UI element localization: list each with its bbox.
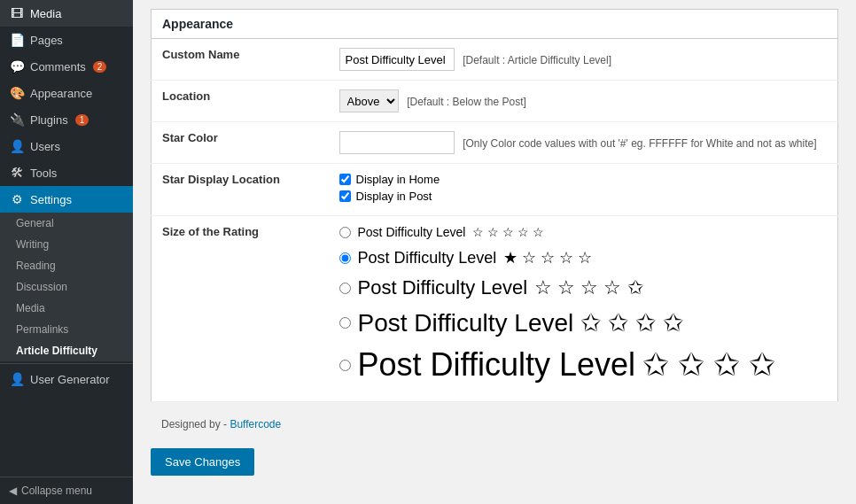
comments-icon: 💬 bbox=[9, 59, 25, 74]
sidebar-item-comments[interactable]: 💬 Comments 2 bbox=[0, 53, 133, 80]
star-color-row: Star Color [Only Color code values with … bbox=[152, 122, 838, 164]
designed-by: Designed by - Buffercode bbox=[151, 411, 838, 438]
sidebar-sub-article-difficulty[interactable]: Article Difficulty bbox=[0, 340, 133, 361]
sidebar-sub-media[interactable]: Media bbox=[0, 298, 133, 319]
sidebar-item-label: Appearance bbox=[30, 87, 92, 100]
custom-name-hint: [Default : Article Difficulty Level] bbox=[463, 54, 611, 66]
custom-name-label: Custom Name bbox=[152, 39, 329, 81]
sidebar-sub-general[interactable]: General bbox=[0, 213, 133, 234]
custom-name-cell: [Default : Article Difficulty Level] bbox=[329, 39, 838, 81]
display-post-row: Display in Post bbox=[339, 190, 828, 203]
sidebar-submenu: General Writing Reading Discussion Media… bbox=[0, 213, 133, 361]
location-cell: Above Below [Default : Below the Post] bbox=[329, 81, 838, 122]
stars-preview-1: ☆ ☆ ☆ ☆ ☆ bbox=[472, 225, 544, 239]
sidebar-item-label: Settings bbox=[30, 193, 72, 206]
sidebar-sub-label: General bbox=[16, 217, 54, 229]
collapse-menu-label: Collapse menu bbox=[21, 485, 92, 497]
size-radio-2[interactable] bbox=[339, 252, 351, 264]
tools-icon: 🛠 bbox=[9, 166, 25, 180]
display-post-label: Display in Post bbox=[356, 190, 432, 203]
size-radio-5[interactable] bbox=[339, 360, 351, 371]
save-changes-button[interactable]: Save Changes bbox=[151, 448, 254, 476]
media-icon: 🎞 bbox=[9, 6, 25, 20]
location-label: Location bbox=[152, 81, 329, 122]
star-color-cell: [Only Color code values with out '#' eg.… bbox=[329, 122, 838, 164]
stars-preview-5: ✩ ✩ ✩ ✩ bbox=[642, 346, 775, 384]
custom-name-input[interactable] bbox=[339, 48, 455, 71]
size-radio-row-2: Post Difficulty Level ★ ☆ ☆ ☆ ☆ bbox=[339, 248, 828, 268]
section-header: Appearance bbox=[151, 9, 838, 39]
sidebar-item-pages[interactable]: 📄 Pages bbox=[0, 27, 133, 53]
sidebar-sub-writing[interactable]: Writing bbox=[0, 234, 133, 255]
sidebar-divider bbox=[0, 363, 133, 364]
sidebar-sub-label: Reading bbox=[16, 260, 56, 272]
stars-preview-4: ✩ ✩ ✩ ✩ bbox=[580, 308, 682, 337]
size-radio-row-1: Post Difficulty Level ☆ ☆ ☆ ☆ ☆ bbox=[339, 225, 828, 239]
sidebar: 🎞 Media 📄 Pages 💬 Comments 2 🎨 Appearanc… bbox=[0, 0, 133, 504]
size-label-5: Post Difficulty Level bbox=[358, 346, 635, 384]
size-radio-row-3: Post Difficulty Level ☆ ☆ ☆ ☆ ✩ bbox=[339, 276, 828, 299]
display-home-row: Display in Home bbox=[339, 173, 828, 186]
size-radio-4[interactable] bbox=[339, 317, 351, 329]
sidebar-sub-label: Writing bbox=[16, 238, 49, 251]
sidebar-item-tools[interactable]: 🛠 Tools bbox=[0, 159, 133, 186]
location-row: Location Above Below [Default : Below th… bbox=[152, 81, 838, 122]
plugins-icon: 🔌 bbox=[9, 112, 25, 127]
location-hint: [Default : Below the Post] bbox=[407, 96, 526, 108]
star-color-hint: [Only Color code values with out '#' eg.… bbox=[463, 137, 816, 150]
star-display-cell: Display in Home Display in Post bbox=[329, 164, 838, 216]
sidebar-item-user-generator[interactable]: 👤 User Generator bbox=[0, 366, 133, 392]
star-color-label: Star Color bbox=[152, 122, 329, 164]
size-radio-3[interactable] bbox=[339, 283, 351, 294]
collapse-arrow-icon: ◀ bbox=[9, 485, 17, 497]
size-label-2: Post Difficulty Level bbox=[358, 249, 497, 268]
size-label-1: Post Difficulty Level bbox=[358, 225, 466, 239]
sidebar-sub-label: Discussion bbox=[16, 281, 67, 293]
star-display-label: Star Display Location bbox=[152, 164, 329, 216]
sidebar-item-label: Comments bbox=[30, 60, 86, 74]
star-display-row: Star Display Location Display in Home Di… bbox=[152, 164, 838, 216]
sidebar-sub-label: Permalinks bbox=[16, 323, 68, 336]
designed-by-text: Designed by - bbox=[161, 418, 227, 430]
sidebar-item-label: Tools bbox=[30, 167, 57, 180]
sidebar-item-users[interactable]: 👤 Users bbox=[0, 133, 133, 159]
display-home-checkbox[interactable] bbox=[339, 174, 351, 185]
size-label-3: Post Difficulty Level bbox=[358, 276, 528, 299]
sidebar-sub-label: Article Difficulty bbox=[16, 345, 97, 357]
sidebar-item-plugins[interactable]: 🔌 Plugins 1 bbox=[0, 106, 133, 133]
sidebar-extra-label: User Generator bbox=[30, 373, 110, 386]
user-generator-icon: 👤 bbox=[9, 372, 25, 386]
sidebar-sub-permalinks[interactable]: Permalinks bbox=[0, 319, 133, 340]
sidebar-item-label: Media bbox=[30, 7, 61, 20]
main-content: Appearance Custom Name [Default : Articl… bbox=[133, 0, 856, 504]
display-post-checkbox[interactable] bbox=[339, 190, 351, 202]
size-radio-row-5: Post Difficulty Level ✩ ✩ ✩ ✩ bbox=[339, 346, 828, 384]
size-rating-row: Size of the Rating Post Difficulty Level… bbox=[152, 216, 838, 402]
size-rating-label: Size of the Rating bbox=[152, 216, 329, 402]
sidebar-item-label: Pages bbox=[30, 34, 63, 47]
plugins-badge: 1 bbox=[75, 114, 89, 126]
sidebar-item-media[interactable]: 🎞 Media bbox=[0, 0, 133, 27]
settings-icon: ⚙ bbox=[9, 192, 25, 206]
sidebar-sub-label: Media bbox=[16, 302, 45, 314]
settings-table: Custom Name [Default : Article Difficult… bbox=[151, 39, 838, 402]
sidebar-item-settings[interactable]: ⚙ Settings bbox=[0, 186, 133, 213]
stars-preview-3: ☆ ☆ ☆ ☆ ✩ bbox=[534, 276, 642, 299]
stars-preview-2: ★ ☆ ☆ ☆ ☆ bbox=[503, 248, 592, 268]
section-title: Appearance bbox=[162, 17, 233, 31]
sidebar-item-label: Plugins bbox=[30, 113, 68, 127]
size-rating-cell: Post Difficulty Level ☆ ☆ ☆ ☆ ☆ Post Dif… bbox=[329, 216, 838, 402]
sidebar-item-appearance[interactable]: 🎨 Appearance bbox=[0, 80, 133, 106]
users-icon: 👤 bbox=[9, 139, 25, 153]
sidebar-sub-discussion[interactable]: Discussion bbox=[0, 276, 133, 298]
size-label-4: Post Difficulty Level bbox=[358, 309, 574, 337]
size-radio-1[interactable] bbox=[339, 227, 351, 238]
designed-by-link[interactable]: Buffercode bbox=[230, 418, 281, 430]
location-select[interactable]: Above Below bbox=[339, 89, 399, 112]
collapse-menu-button[interactable]: ◀ Collapse menu bbox=[0, 477, 133, 504]
appearance-icon: 🎨 bbox=[9, 86, 25, 100]
star-color-input[interactable] bbox=[339, 131, 455, 154]
custom-name-row: Custom Name [Default : Article Difficult… bbox=[152, 39, 838, 81]
sidebar-sub-reading[interactable]: Reading bbox=[0, 255, 133, 276]
display-home-label: Display in Home bbox=[356, 173, 440, 186]
